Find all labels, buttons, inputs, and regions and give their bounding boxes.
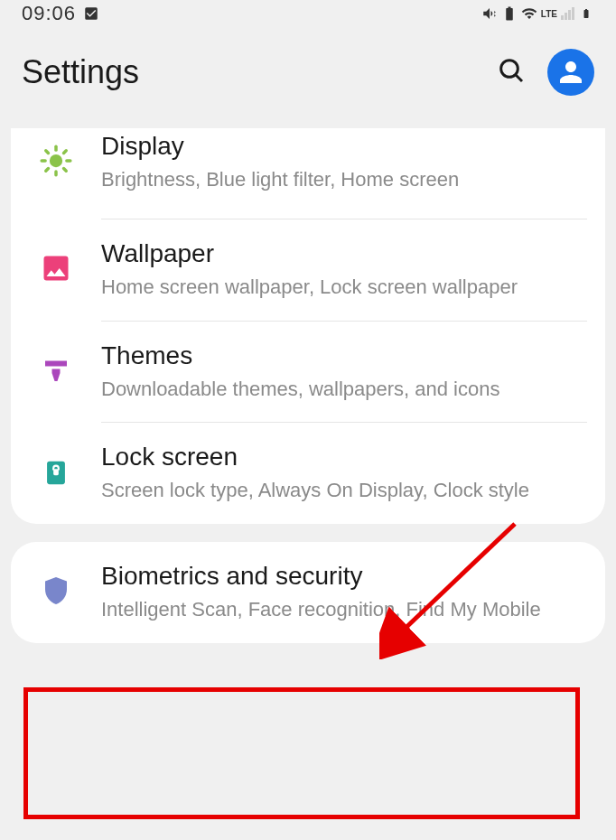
sun-icon xyxy=(38,143,74,179)
settings-item-lock-screen[interactable]: Lock screen Screen lock type, Always On … xyxy=(11,423,605,524)
item-title: Lock screen xyxy=(101,443,587,471)
image-icon xyxy=(38,250,74,286)
checkbox-icon xyxy=(83,5,99,22)
wifi-icon xyxy=(521,5,537,22)
settings-header: Settings xyxy=(0,27,616,128)
settings-group-display: Display Brightness, Blue light filter, H… xyxy=(11,128,605,524)
brush-icon xyxy=(38,352,74,388)
svg-line-10 xyxy=(64,151,67,154)
shield-icon xyxy=(38,573,74,609)
lte-indicator: LTE xyxy=(541,9,557,19)
svg-line-9 xyxy=(46,169,49,172)
account-avatar[interactable] xyxy=(547,49,594,96)
item-desc: Intelligent Scan, Face recognition, Find… xyxy=(101,596,587,623)
item-desc: Screen lock type, Always On Display, Clo… xyxy=(101,477,587,504)
item-desc: Brightness, Blue light filter, Home scre… xyxy=(101,166,587,193)
item-desc: Home screen wallpaper, Lock screen wallp… xyxy=(101,274,587,301)
item-title: Biometrics and security xyxy=(101,562,587,591)
settings-item-biometrics-security[interactable]: Biometrics and security Intelligent Scan… xyxy=(11,542,605,643)
item-title: Wallpaper xyxy=(101,239,587,268)
search-icon xyxy=(497,56,526,85)
settings-item-wallpaper[interactable]: Wallpaper Home screen wallpaper, Lock sc… xyxy=(11,219,605,321)
item-desc: Downloadable themes, wallpapers, and ico… xyxy=(101,376,587,403)
settings-item-display[interactable]: Display Brightness, Blue light filter, H… xyxy=(11,128,605,219)
item-title: Themes xyxy=(101,341,587,370)
battery-icon xyxy=(578,5,594,22)
signal-icon xyxy=(561,7,574,20)
page-title: Settings xyxy=(22,53,497,91)
svg-line-7 xyxy=(46,151,49,154)
svg-line-1 xyxy=(516,75,522,81)
item-title: Display xyxy=(101,132,587,161)
lock-icon xyxy=(38,453,74,490)
svg-point-0 xyxy=(501,61,518,78)
search-button[interactable] xyxy=(497,56,526,89)
person-icon xyxy=(555,56,587,89)
svg-line-8 xyxy=(64,169,67,172)
status-time: 09:06 xyxy=(22,2,76,25)
annotation-highlight-box xyxy=(23,687,580,819)
svg-point-2 xyxy=(50,154,62,167)
settings-item-themes[interactable]: Themes Downloadable themes, wallpapers, … xyxy=(11,322,605,423)
status-bar: 09:06 LTE xyxy=(0,0,616,27)
battery-saver-icon xyxy=(501,5,518,22)
vibrate-icon xyxy=(481,5,498,22)
settings-group-security: Biometrics and security Intelligent Scan… xyxy=(11,542,605,643)
